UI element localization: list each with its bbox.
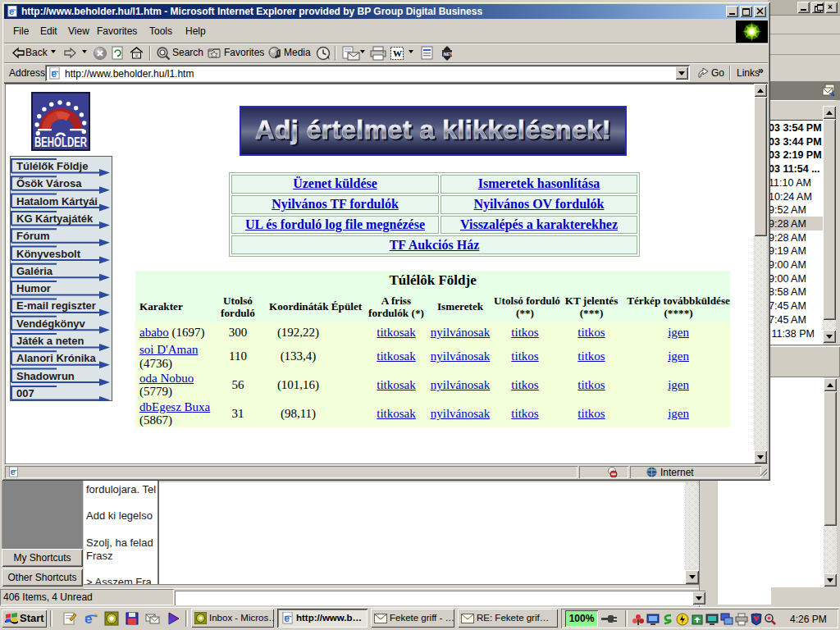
svg-text:e: e: [9, 7, 14, 16]
svg-text:Vendégkönyv: Vendégkönyv: [16, 317, 86, 330]
svg-text:Játék a neten: Játék a neten: [16, 335, 84, 347]
svg-text:Alanori Krónika: Alanori Krónika: [16, 352, 97, 364]
svg-text:007: 007: [16, 387, 34, 399]
svg-text:e: e: [11, 467, 16, 477]
svg-text:Hatalom Kártyái: Hatalom Kártyái: [16, 195, 98, 208]
svg-text:e: e: [84, 611, 92, 626]
svg-text:KG Kártyajáték: KG Kártyajáték: [16, 212, 94, 225]
svg-text:Humor: Humor: [16, 282, 51, 294]
svg-text:e: e: [284, 613, 290, 624]
svg-text:Ősök Városa: Ősök Városa: [16, 177, 82, 189]
svg-text:NET: NET: [444, 52, 454, 57]
svg-text:E-mail regiszter: E-mail regiszter: [16, 299, 96, 312]
svg-text:Galéria: Galéria: [16, 265, 53, 277]
svg-text:Shadowrun: Shadowrun: [16, 370, 75, 382]
svg-text:W: W: [393, 48, 402, 58]
svg-text:Fórum: Fórum: [16, 230, 49, 242]
svg-text:Túlélők Földje: Túlélők Földje: [16, 160, 88, 172]
svg-text:Könyvesbolt: Könyvesbolt: [16, 248, 81, 260]
svg-text:BEHOLDER: BEHOLDER: [34, 135, 87, 150]
svg-text:e: e: [51, 68, 57, 80]
